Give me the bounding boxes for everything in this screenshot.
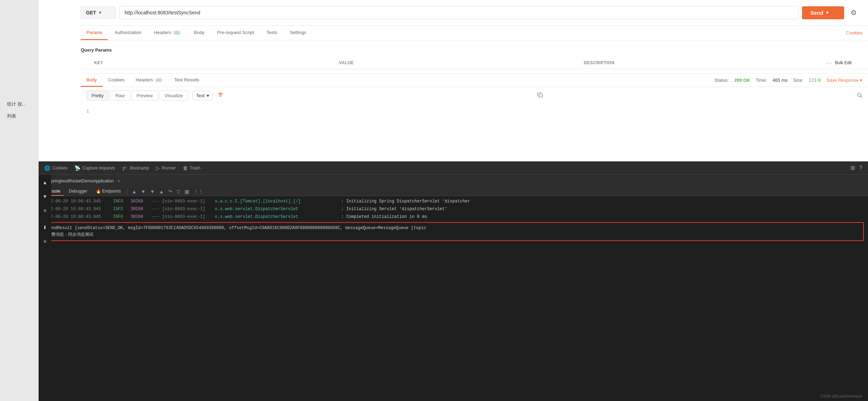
size-label: Size:	[793, 78, 803, 83]
tab-authorization[interactable]: Authorization	[109, 26, 147, 40]
method-label: GET	[86, 10, 96, 15]
response-status-bar: Status: 200 OK Time: 465 ms Size: 123 B …	[709, 75, 868, 86]
ide-filter-icon-btn[interactable]: ≡	[41, 236, 48, 246]
toolbar-filter-btn[interactable]: ▽	[175, 188, 182, 195]
line-number-1: 1	[86, 108, 89, 114]
col-value-header: VALUE	[336, 59, 581, 67]
size-value: 123 B	[809, 78, 821, 83]
ide-tab-endpoints[interactable]: 🔥 Endpoints	[92, 187, 125, 196]
copy-icon-button[interactable]	[537, 92, 543, 99]
send-button[interactable]: Send ▾	[802, 6, 844, 19]
preview-button[interactable]: Preview	[131, 91, 158, 101]
runner-icon: ▷	[156, 165, 160, 171]
toolbar-down-btn[interactable]: ▼	[139, 188, 147, 195]
ide-download-btn[interactable]: ⬇	[41, 222, 49, 232]
ide-down-arrow-btn[interactable]: ▼	[40, 192, 49, 201]
query-params-title: Query Params	[81, 45, 868, 57]
footer-capture[interactable]: 📡 Capture requests	[74, 165, 115, 171]
postman-footer: 🌐 Cookies 📡 Capture requests 🎓 Bootcamp …	[39, 161, 868, 175]
footer-grid-icon-button[interactable]: ⊞	[850, 165, 855, 171]
footer-bootcamp[interactable]: 🎓 Bootcamp	[122, 165, 149, 171]
ide-side-icons: ▲ ▼ ≡ ⬇ ≡	[39, 175, 51, 401]
method-select[interactable]: GET ▾	[81, 7, 116, 19]
result-line-2: 消费消息：同步消息测试	[47, 232, 860, 238]
filter-icon-button[interactable]	[217, 92, 224, 100]
headers-badge: (6)	[172, 30, 181, 35]
tab-settings[interactable]: Settings	[284, 26, 312, 40]
url-input[interactable]	[119, 6, 799, 19]
toolbar-up2-btn[interactable]: ▲	[158, 188, 165, 195]
cookies-icon: 🌐	[44, 165, 50, 171]
tab-tests[interactable]: Tests	[261, 26, 283, 40]
status-value: 200 OK	[734, 78, 750, 83]
method-chevron-icon: ▾	[99, 10, 101, 15]
log-line-1: 2022-06-20 16:00:43.945 INFO 30268 --- […	[39, 198, 868, 205]
sidebar-text-1: 统计 按...	[4, 98, 34, 110]
time-value: 465 ms	[773, 78, 788, 83]
text-type-select[interactable]: Text ▾	[192, 91, 213, 100]
query-params-section: Query Params KEY VALUE DESCRIPTION ⋯ Bul…	[81, 40, 868, 73]
ide-up-arrow-btn[interactable]: ▲	[40, 178, 49, 187]
csdn-watermark: CSDN @EvanDeveloper	[820, 394, 862, 398]
footer-help-icon-button[interactable]: ?	[859, 165, 862, 171]
toolbar-grid-btn[interactable]: ▦	[183, 188, 191, 195]
url-bar: GET ▾ Send ▾ ⚙	[81, 0, 868, 26]
ide-menu-btn[interactable]: ≡	[41, 206, 48, 215]
send-chevron-icon: ▾	[826, 10, 828, 15]
pretty-button[interactable]: Pretty	[86, 91, 109, 101]
ide-header: SpringbootRocketDemoApplication ✕	[39, 175, 868, 187]
bootcamp-icon: 🎓	[122, 165, 128, 171]
svg-rect-4	[539, 94, 542, 97]
request-tabs-row: Params Authorization Headers (6) Body Pr…	[81, 26, 868, 40]
text-type-chevron-icon: ▾	[207, 93, 209, 98]
footer-trash[interactable]: 🗑 Trash	[183, 165, 200, 171]
response-tab-body[interactable]: Body	[81, 74, 102, 87]
response-tab-cookies[interactable]: Cookies	[102, 74, 130, 87]
log-area[interactable]: 2022-06-20 16:00:43.945 INFO 30268 --- […	[39, 196, 868, 401]
settings-icon-button[interactable]: ⚙	[848, 6, 860, 20]
trash-icon: 🗑	[183, 165, 188, 171]
result-line-1: SendResult [sendStatus=SEND_OK, msgId=7F…	[47, 225, 860, 232]
col-desc-header: DESCRIPTION	[581, 59, 826, 67]
response-headers-badge: (4)	[154, 78, 163, 82]
toolbar-up-btn[interactable]: ▲	[130, 188, 138, 195]
col-actions: ⋯ Bulk Edit	[826, 59, 868, 67]
bottom-panel: 🌐 Cookies 📡 Capture requests 🎓 Bootcamp …	[39, 161, 868, 401]
response-section: Body Cookies Headers (4) Test Results St…	[81, 73, 868, 118]
left-sidebar: 统计 按... 列表	[0, 0, 39, 401]
params-table-header: KEY VALUE DESCRIPTION ⋯ Bulk Edit	[81, 57, 868, 69]
bulk-edit-button[interactable]: Bulk Edit	[835, 60, 852, 65]
footer-cookies[interactable]: 🌐 Cookies	[44, 165, 67, 171]
response-tab-headers[interactable]: Headers (4)	[130, 74, 169, 87]
toolbar-refresh-btn[interactable]: ↷	[167, 188, 174, 195]
log-line-3: 2022-06-20 16:00:43.945 INFO 30268 --- […	[39, 213, 868, 221]
capture-icon: 📡	[74, 165, 80, 171]
toolbar-down2-btn[interactable]: ▼	[148, 188, 156, 195]
status-label: Status:	[715, 78, 729, 83]
more-icon: ⋯	[826, 59, 832, 67]
raw-button[interactable]: Raw	[110, 91, 130, 101]
time-label: Time:	[756, 78, 767, 83]
result-box: SendResult [sendStatus=SEND_OK, msgId=7F…	[43, 222, 864, 241]
toolbar-more-btn[interactable]: ⋮⋮	[192, 188, 205, 195]
response-body: 1	[81, 104, 868, 118]
save-response-button[interactable]: Save Response ▾	[827, 78, 862, 83]
sidebar-text-2: 列表	[4, 110, 34, 122]
format-tabs: Pretty Raw Preview Visualize Text ▾	[81, 87, 868, 104]
cookies-link[interactable]: Cookies	[840, 26, 868, 40]
ide-tabs-toolbar: Console Debugger 🔥 Endpoints ▲ ▼ ▼ ▲ ↷ ▽…	[39, 187, 868, 196]
tab-headers[interactable]: Headers (6)	[148, 26, 187, 40]
ide-app-name: SpringbootRocketDemoApplication ✕	[43, 179, 120, 183]
response-tabs-row: Body Cookies Headers (4) Test Results St…	[81, 74, 868, 87]
app-tab-close[interactable]: ✕	[117, 179, 120, 183]
visualize-button[interactable]: Visualize	[159, 91, 188, 101]
tab-params[interactable]: Params	[81, 26, 108, 40]
log-line-2: 2022-06-20 16:00:43.945 INFO 30268 --- […	[39, 205, 868, 213]
svg-line-6	[861, 96, 862, 98]
response-tab-test-results[interactable]: Test Results	[169, 74, 205, 87]
search-icon-button[interactable]	[857, 92, 862, 99]
tab-body[interactable]: Body	[188, 26, 210, 40]
ide-tab-debugger[interactable]: Debugger	[65, 187, 91, 196]
footer-runner[interactable]: ▷ Runner	[156, 165, 175, 171]
tab-pre-request[interactable]: Pre-request Script	[212, 26, 260, 40]
